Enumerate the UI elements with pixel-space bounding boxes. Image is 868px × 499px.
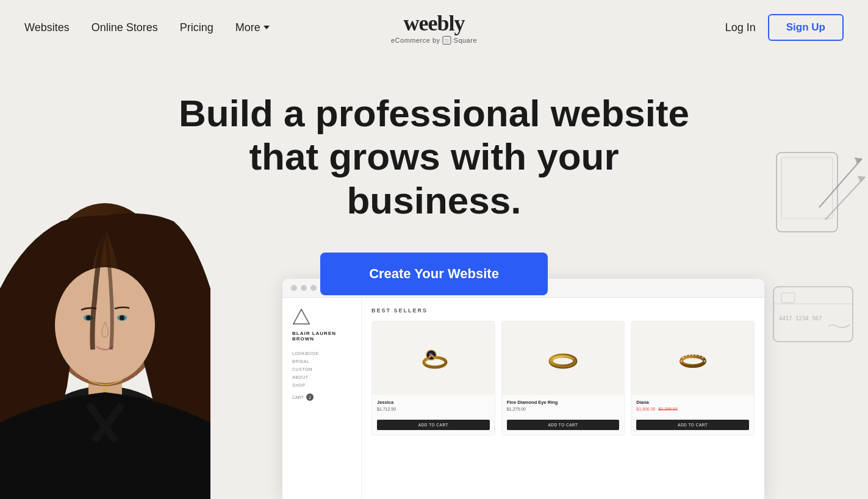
sale-price-diana: $1,900.00	[636, 407, 655, 411]
product-image-jessica	[372, 321, 495, 395]
navbar: Websites Online Stores Pricing More weeb…	[0, 0, 868, 55]
mock-brand-name: BLAIR LAUREN BROWN	[292, 331, 351, 342]
signup-button[interactable]: Sign Up	[768, 14, 844, 41]
add-to-cart-diana[interactable]: ADD TO CART	[636, 420, 749, 430]
mock-nav-bridal: BRIDAL	[292, 359, 309, 364]
original-price-diana: $2,299.00	[658, 407, 677, 411]
woman-illustration	[0, 167, 210, 499]
logo-wordmark: weebly	[404, 10, 465, 36]
mock-nav-custom: CUSTOM	[292, 367, 312, 372]
product-image-diana	[631, 321, 754, 395]
product-image-diamond	[502, 321, 625, 395]
browser-content: BLAIR LAUREN BROWN LOOKBOOK BRIDAL CUSTO…	[282, 298, 764, 499]
add-to-cart-diamond[interactable]: ADD TO CART	[507, 420, 620, 430]
hero-section: Build a professional website that grows …	[0, 55, 868, 499]
add-to-cart-jessica[interactable]: ADD TO CART	[377, 420, 490, 430]
square-icon: □	[443, 36, 451, 45]
svg-point-19	[682, 357, 684, 359]
product-name-diana: Diana	[636, 400, 749, 405]
product-price-diana: $1,900.00 $2,299.00	[636, 407, 749, 411]
hero-headline: Build a professional website that grows …	[160, 92, 709, 222]
woman-photo	[0, 167, 210, 499]
product-name-diamond: Fine Diamond Eye Ring	[507, 400, 620, 405]
product-name-jessica: Jessica	[377, 400, 490, 405]
nav-right: Log In Sign Up	[725, 14, 844, 41]
mock-main: BEST SELLERS	[362, 298, 764, 499]
svg-marker-10	[293, 309, 309, 324]
svg-point-25	[701, 357, 703, 359]
nav-link-pricing[interactable]: Pricing	[180, 21, 213, 34]
nav-link-websites[interactable]: Websites	[24, 21, 70, 34]
product-card-diana: Diana $1,900.00 $2,299.00 ADD TO CART	[631, 321, 755, 436]
svg-point-23	[695, 354, 697, 356]
product-info-jessica: Jessica $1,712.50	[372, 395, 495, 416]
ring-jessica-icon	[412, 337, 454, 379]
svg-point-9	[103, 388, 107, 392]
svg-point-4	[55, 267, 155, 383]
product-price-jessica: $1,712.50	[377, 407, 490, 411]
nav-link-online-stores[interactable]: Online Stores	[91, 21, 158, 34]
browser-mockup: BLAIR LAUREN BROWN LOOKBOOK BRIDAL CUSTO…	[282, 279, 764, 499]
product-card-jessica: Jessica $1,712.50 ADD TO CART	[371, 321, 495, 436]
mock-nav-lookbook: LOOKBOOK	[292, 351, 319, 356]
login-link[interactable]: Log In	[725, 21, 756, 34]
product-price-diamond: $1,275.00	[507, 407, 620, 411]
products-row: Jessica $1,712.50 ADD TO CART	[371, 321, 755, 436]
svg-point-26	[703, 361, 705, 362]
chevron-down-icon	[264, 26, 270, 29]
mock-nav-shop: SHOP	[292, 383, 306, 387]
svg-point-8	[120, 315, 124, 320]
svg-point-7	[86, 315, 91, 320]
cart-badge: 2	[306, 393, 314, 401]
product-info-diamond: Fine Diamond Eye Ring $1,275.00	[502, 395, 625, 416]
svg-point-22	[692, 354, 694, 356]
logo-tagline: eCommerce by □ Square	[391, 36, 477, 45]
ring-diana-icon	[672, 337, 714, 379]
weebly-logo[interactable]: weebly eCommerce by □ Square	[391, 10, 477, 45]
mock-brand-logo	[292, 307, 310, 326]
best-sellers-title: BEST SELLERS	[371, 307, 755, 314]
mock-nav-about: ABOUT	[292, 375, 309, 379]
svg-point-24	[698, 355, 700, 357]
product-info-diana: Diana $1,900.00 $2,299.00	[631, 395, 754, 416]
ring-diamond-icon	[542, 337, 584, 379]
svg-point-21	[689, 354, 690, 356]
create-website-button[interactable]: Create Your Website	[320, 253, 548, 295]
svg-point-11	[424, 357, 446, 367]
svg-point-18	[680, 361, 682, 362]
nav-more-menu[interactable]: More	[235, 21, 270, 34]
mock-sidebar: BLAIR LAUREN BROWN LOOKBOOK BRIDAL CUSTO…	[282, 298, 362, 499]
svg-point-17	[681, 356, 705, 366]
svg-text:4417  1234  567: 4417 1234 567	[779, 315, 822, 321]
nav-left: Websites Online Stores Pricing More	[24, 21, 270, 34]
product-card-diamond: Fine Diamond Eye Ring $1,275.00 ADD TO C…	[501, 321, 625, 436]
mock-cart: CART 2	[292, 393, 314, 401]
svg-point-20	[685, 355, 687, 357]
